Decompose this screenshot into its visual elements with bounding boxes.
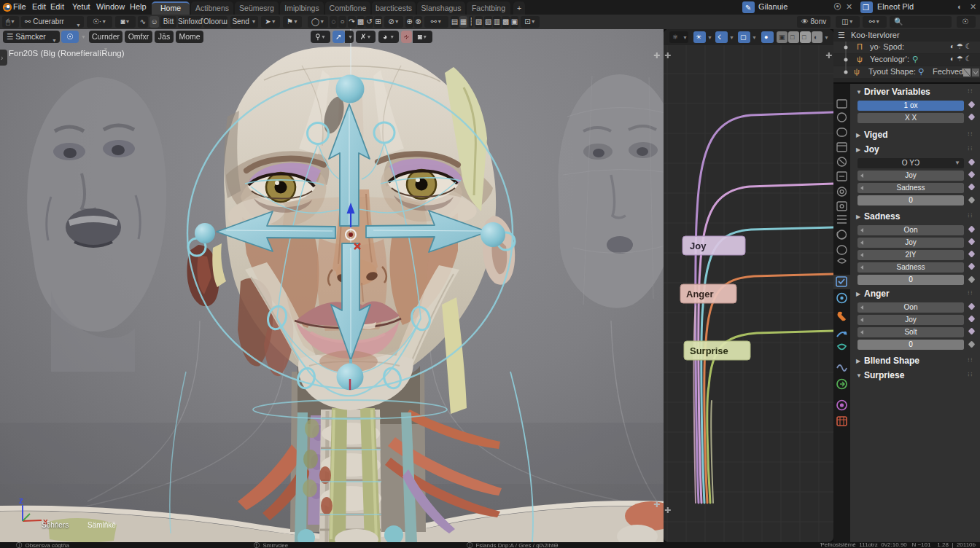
svg-text:✚: ✚: [653, 500, 660, 509]
svg-text:●: ●: [764, 34, 768, 41]
svg-text:✚: ✚: [825, 51, 832, 60]
svg-text:☇: ☇: [718, 34, 721, 41]
svg-text:▢: ▢: [740, 34, 747, 41]
svg-text:▼: ▼: [682, 35, 688, 40]
svg-text:▼: ▼: [707, 35, 712, 40]
svg-text:▣: ▣: [779, 34, 785, 41]
svg-text:Anger: Anger: [686, 289, 714, 300]
svg-text:□: □: [790, 34, 795, 41]
svg-text:›: ›: [1, 54, 3, 62]
svg-text:◐: ◐: [814, 34, 817, 41]
svg-text:Surprise: Surprise: [690, 345, 728, 356]
svg-text:✚: ✚: [664, 51, 671, 60]
svg-text:❐: ❐: [863, 4, 869, 12]
svg-text:▼: ▼: [824, 35, 829, 40]
svg-text:☀: ☀: [696, 34, 701, 41]
svg-text:Sämlňkē: Sämlňkē: [88, 521, 116, 529]
svg-text:▼: ▼: [752, 35, 757, 40]
svg-text:✎: ✎: [745, 4, 751, 12]
svg-text:Joy: Joy: [690, 240, 707, 251]
svg-text:Sȭhňers: Sȭhňers: [42, 521, 69, 529]
svg-text:□: □: [802, 34, 806, 41]
svg-text:z: z: [19, 496, 23, 506]
svg-text:▼: ▼: [729, 35, 734, 40]
svg-text:✚: ✚: [653, 51, 660, 60]
svg-text:✚: ✚: [664, 506, 671, 514]
svg-text:⚛: ⚛: [672, 34, 678, 41]
